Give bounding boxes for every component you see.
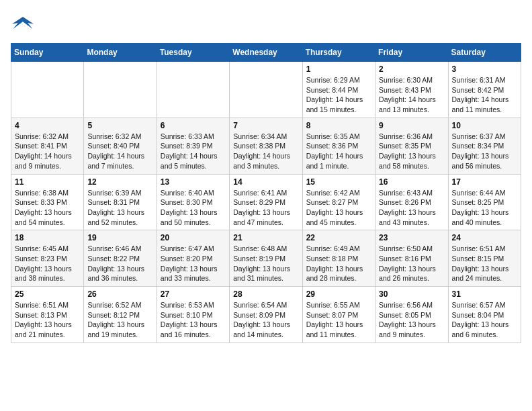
- day-number: 16: [379, 177, 444, 187]
- calendar-cell: 5Sunrise: 6:32 AM Sunset: 8:40 PM Daylig…: [84, 118, 157, 174]
- day-number: 21: [233, 233, 298, 242]
- calendar-cell: 18Sunrise: 6:45 AM Sunset: 8:23 PM Dayli…: [11, 230, 84, 287]
- calendar-cell: 31Sunrise: 6:57 AM Sunset: 8:04 PM Dayli…: [448, 287, 521, 343]
- day-info: Sunrise: 6:57 AM Sunset: 8:04 PM Dayligh…: [452, 300, 517, 340]
- day-number: 13: [161, 177, 226, 187]
- day-info: Sunrise: 6:50 AM Sunset: 8:16 PM Dayligh…: [379, 244, 444, 283]
- day-info: Sunrise: 6:34 AM Sunset: 8:38 PM Dayligh…: [233, 132, 298, 171]
- calendar-cell: 15Sunrise: 6:42 AM Sunset: 8:27 PM Dayli…: [302, 174, 375, 230]
- day-number: 30: [379, 289, 444, 299]
- day-number: 27: [161, 289, 226, 299]
- calendar-cell: 2Sunrise: 6:30 AM Sunset: 8:43 PM Daylig…: [375, 62, 448, 118]
- calendar-cell: 23Sunrise: 6:50 AM Sunset: 8:16 PM Dayli…: [375, 230, 448, 287]
- day-number: 2: [379, 64, 444, 74]
- calendar-cell: 4Sunrise: 6:32 AM Sunset: 8:41 PM Daylig…: [11, 118, 84, 174]
- day-info: Sunrise: 6:56 AM Sunset: 8:05 PM Dayligh…: [379, 300, 444, 340]
- day-info: Sunrise: 6:35 AM Sunset: 8:36 PM Dayligh…: [306, 132, 371, 171]
- day-number: 1: [306, 64, 371, 74]
- calendar-cell: 8Sunrise: 6:35 AM Sunset: 8:36 PM Daylig…: [302, 118, 375, 174]
- day-number: 20: [161, 233, 226, 242]
- day-info: Sunrise: 6:51 AM Sunset: 8:15 PM Dayligh…: [452, 244, 517, 283]
- calendar-cell: 20Sunrise: 6:47 AM Sunset: 8:20 PM Dayli…: [157, 230, 229, 287]
- day-number: 12: [87, 177, 152, 187]
- calendar-cell: [11, 62, 84, 118]
- calendar-week-row: 4Sunrise: 6:32 AM Sunset: 8:41 PM Daylig…: [11, 118, 521, 174]
- page-header: [11, 11, 521, 35]
- day-info: Sunrise: 6:29 AM Sunset: 8:44 PM Dayligh…: [306, 75, 371, 115]
- day-number: 19: [87, 233, 152, 242]
- calendar-cell: 11Sunrise: 6:38 AM Sunset: 8:33 PM Dayli…: [11, 174, 84, 230]
- calendar-cell: [230, 62, 302, 118]
- calendar-cell: [84, 62, 157, 118]
- day-info: Sunrise: 6:36 AM Sunset: 8:35 PM Dayligh…: [379, 132, 444, 171]
- day-info: Sunrise: 6:42 AM Sunset: 8:27 PM Dayligh…: [306, 188, 371, 228]
- day-info: Sunrise: 6:46 AM Sunset: 8:22 PM Dayligh…: [87, 244, 152, 283]
- day-info: Sunrise: 6:45 AM Sunset: 8:23 PM Dayligh…: [15, 244, 80, 283]
- calendar-week-row: 18Sunrise: 6:45 AM Sunset: 8:23 PM Dayli…: [11, 230, 521, 287]
- calendar-cell: 22Sunrise: 6:49 AM Sunset: 8:18 PM Dayli…: [302, 230, 375, 287]
- day-info: Sunrise: 6:51 AM Sunset: 8:13 PM Dayligh…: [15, 300, 80, 340]
- day-info: Sunrise: 6:49 AM Sunset: 8:18 PM Dayligh…: [306, 244, 371, 283]
- calendar-cell: 28Sunrise: 6:54 AM Sunset: 8:09 PM Dayli…: [230, 287, 302, 343]
- day-info: Sunrise: 6:32 AM Sunset: 8:40 PM Dayligh…: [87, 132, 152, 171]
- calendar-week-row: 1Sunrise: 6:29 AM Sunset: 8:44 PM Daylig…: [11, 62, 521, 118]
- day-header-sunday: Sunday: [11, 44, 84, 62]
- day-info: Sunrise: 6:48 AM Sunset: 8:19 PM Dayligh…: [233, 244, 298, 283]
- day-number: 25: [15, 289, 80, 299]
- day-info: Sunrise: 6:33 AM Sunset: 8:39 PM Dayligh…: [161, 132, 226, 171]
- day-number: 18: [15, 233, 80, 242]
- calendar-cell: 16Sunrise: 6:43 AM Sunset: 8:26 PM Dayli…: [375, 174, 448, 230]
- day-number: 15: [306, 177, 371, 187]
- calendar-table: SundayMondayTuesdayWednesdayThursdayFrid…: [11, 43, 521, 343]
- day-info: Sunrise: 6:43 AM Sunset: 8:26 PM Dayligh…: [379, 188, 444, 228]
- day-number: 10: [452, 121, 517, 130]
- day-info: Sunrise: 6:41 AM Sunset: 8:29 PM Dayligh…: [233, 188, 298, 228]
- day-number: 7: [233, 121, 298, 130]
- calendar-cell: 6Sunrise: 6:33 AM Sunset: 8:39 PM Daylig…: [157, 118, 229, 174]
- day-number: 22: [306, 233, 371, 242]
- day-header-wednesday: Wednesday: [230, 44, 302, 62]
- day-number: 5: [87, 121, 152, 130]
- calendar-cell: 26Sunrise: 6:52 AM Sunset: 8:12 PM Dayli…: [84, 287, 157, 343]
- day-info: Sunrise: 6:39 AM Sunset: 8:31 PM Dayligh…: [87, 188, 152, 228]
- day-number: 28: [233, 289, 298, 299]
- day-number: 24: [452, 233, 517, 242]
- calendar-cell: 9Sunrise: 6:36 AM Sunset: 8:35 PM Daylig…: [375, 118, 448, 174]
- day-info: Sunrise: 6:53 AM Sunset: 8:10 PM Dayligh…: [161, 300, 226, 340]
- day-header-friday: Friday: [375, 44, 448, 62]
- svg-marker-0: [12, 17, 34, 29]
- day-info: Sunrise: 6:38 AM Sunset: 8:33 PM Dayligh…: [15, 188, 80, 228]
- logo: [11, 11, 38, 35]
- day-info: Sunrise: 6:30 AM Sunset: 8:43 PM Dayligh…: [379, 75, 444, 115]
- day-number: 9: [379, 121, 444, 130]
- day-info: Sunrise: 6:47 AM Sunset: 8:20 PM Dayligh…: [161, 244, 226, 283]
- day-number: 29: [306, 289, 371, 299]
- calendar-cell: 24Sunrise: 6:51 AM Sunset: 8:15 PM Dayli…: [448, 230, 521, 287]
- day-number: 14: [233, 177, 298, 187]
- calendar-cell: 12Sunrise: 6:39 AM Sunset: 8:31 PM Dayli…: [84, 174, 157, 230]
- day-info: Sunrise: 6:52 AM Sunset: 8:12 PM Dayligh…: [87, 300, 152, 340]
- day-info: Sunrise: 6:54 AM Sunset: 8:09 PM Dayligh…: [233, 300, 298, 340]
- calendar-cell: 27Sunrise: 6:53 AM Sunset: 8:10 PM Dayli…: [157, 287, 229, 343]
- day-number: 3: [452, 64, 517, 74]
- day-info: Sunrise: 6:55 AM Sunset: 8:07 PM Dayligh…: [306, 300, 371, 340]
- calendar-cell: 1Sunrise: 6:29 AM Sunset: 8:44 PM Daylig…: [302, 62, 375, 118]
- calendar-cell: 19Sunrise: 6:46 AM Sunset: 8:22 PM Dayli…: [84, 230, 157, 287]
- day-info: Sunrise: 6:31 AM Sunset: 8:42 PM Dayligh…: [452, 75, 517, 115]
- day-number: 17: [452, 177, 517, 187]
- day-number: 23: [379, 233, 444, 242]
- calendar-cell: 21Sunrise: 6:48 AM Sunset: 8:19 PM Dayli…: [230, 230, 302, 287]
- calendar-cell: 7Sunrise: 6:34 AM Sunset: 8:38 PM Daylig…: [230, 118, 302, 174]
- calendar-cell: 3Sunrise: 6:31 AM Sunset: 8:42 PM Daylig…: [448, 62, 521, 118]
- calendar-cell: 17Sunrise: 6:44 AM Sunset: 8:25 PM Dayli…: [448, 174, 521, 230]
- day-header-thursday: Thursday: [302, 44, 375, 62]
- day-info: Sunrise: 6:40 AM Sunset: 8:30 PM Dayligh…: [161, 188, 226, 228]
- calendar-header-row: SundayMondayTuesdayWednesdayThursdayFrid…: [11, 44, 521, 62]
- logo-icon: [11, 11, 35, 35]
- calendar-cell: 13Sunrise: 6:40 AM Sunset: 8:30 PM Dayli…: [157, 174, 229, 230]
- day-info: Sunrise: 6:32 AM Sunset: 8:41 PM Dayligh…: [15, 132, 80, 171]
- calendar-cell: 14Sunrise: 6:41 AM Sunset: 8:29 PM Dayli…: [230, 174, 302, 230]
- calendar-cell: 30Sunrise: 6:56 AM Sunset: 8:05 PM Dayli…: [375, 287, 448, 343]
- day-info: Sunrise: 6:37 AM Sunset: 8:34 PM Dayligh…: [452, 132, 517, 171]
- calendar-cell: 10Sunrise: 6:37 AM Sunset: 8:34 PM Dayli…: [448, 118, 521, 174]
